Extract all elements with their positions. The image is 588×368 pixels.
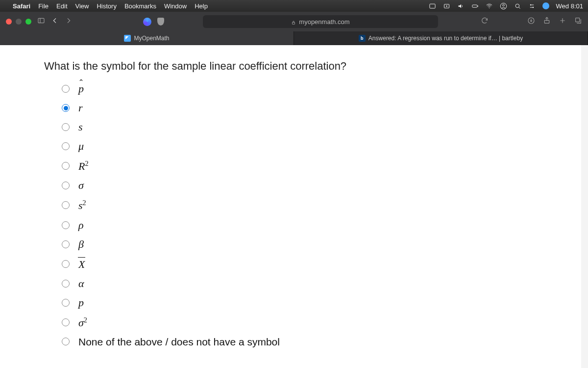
system-tray: Wed 8:01 bbox=[429, 2, 583, 10]
options-list: prsμR2σs2ρβXαpσ2None of the above / does… bbox=[44, 83, 581, 347]
radio-button[interactable] bbox=[62, 162, 70, 170]
radio-button[interactable] bbox=[62, 260, 70, 268]
radio-button[interactable] bbox=[62, 318, 70, 326]
option-label: ρ bbox=[78, 220, 84, 231]
menu-edit[interactable]: Edit bbox=[56, 2, 67, 10]
site-favicon-icon bbox=[143, 18, 151, 26]
menu-file[interactable]: File bbox=[38, 2, 49, 10]
option-label: β bbox=[78, 239, 84, 250]
svg-rect-11 bbox=[38, 18, 44, 23]
option-p[interactable]: p bbox=[62, 297, 581, 308]
control-center-icon[interactable] bbox=[528, 2, 536, 10]
tab-label: MyOpenMath bbox=[134, 35, 169, 42]
option-label: p bbox=[78, 297, 84, 308]
radio-button[interactable] bbox=[62, 280, 70, 288]
option-mu[interactable]: μ bbox=[62, 141, 581, 152]
option-label: None of the above / does not have a symb… bbox=[78, 337, 280, 347]
radio-button[interactable] bbox=[62, 338, 70, 345]
option-label: s bbox=[78, 122, 83, 132]
window-controls bbox=[6, 19, 31, 25]
option-rho[interactable]: ρ bbox=[62, 220, 581, 231]
option-sigma[interactable]: σ bbox=[62, 180, 581, 191]
option-label: σ2 bbox=[78, 316, 87, 328]
option-R2[interactable]: R2 bbox=[62, 160, 581, 172]
tab-overview-button[interactable] bbox=[574, 17, 582, 26]
option-s[interactable]: s bbox=[62, 122, 581, 132]
svg-point-2 bbox=[446, 5, 447, 7]
option-alpha[interactable]: α bbox=[62, 278, 581, 289]
wifi-icon[interactable] bbox=[486, 2, 493, 10]
volume-icon[interactable] bbox=[457, 2, 465, 10]
minimize-window-button[interactable] bbox=[16, 19, 22, 25]
url-bar[interactable]: myopenmath.com bbox=[203, 15, 438, 28]
svg-point-5 bbox=[489, 7, 489, 8]
option-sigma2[interactable]: σ2 bbox=[62, 316, 581, 328]
battery-icon[interactable] bbox=[471, 2, 479, 10]
option-label: s2 bbox=[78, 199, 86, 211]
radio-button[interactable] bbox=[62, 85, 70, 93]
siri-icon[interactable] bbox=[542, 2, 549, 9]
option-label: X bbox=[78, 258, 85, 270]
sidebar-toggle-button[interactable] bbox=[37, 17, 45, 26]
radio-button[interactable] bbox=[62, 221, 70, 229]
lock-icon bbox=[291, 19, 296, 24]
menu-window[interactable]: Window bbox=[164, 2, 187, 10]
page-content: What is the symbol for the sample linear… bbox=[0, 45, 581, 368]
browser-toolbar: myopenmath.com bbox=[0, 12, 588, 31]
question-text: What is the symbol for the sample linear… bbox=[44, 60, 581, 73]
close-window-button[interactable] bbox=[6, 19, 12, 25]
downloads-button[interactable] bbox=[527, 17, 535, 26]
svg-rect-3 bbox=[472, 5, 477, 7]
menu-bookmarks[interactable]: Bookmarks bbox=[124, 2, 156, 10]
stage-manager-icon[interactable] bbox=[429, 2, 436, 10]
forward-button[interactable] bbox=[65, 17, 73, 26]
tab-bartleby[interactable]: b Answered: A regression was run to dete… bbox=[294, 31, 588, 45]
radio-button[interactable] bbox=[62, 182, 70, 189]
radio-button[interactable] bbox=[62, 123, 70, 131]
radio-button[interactable] bbox=[62, 104, 70, 112]
option-beta[interactable]: β bbox=[62, 239, 581, 250]
option-none[interactable]: None of the above / does not have a symb… bbox=[62, 337, 581, 347]
option-xbar[interactable]: X bbox=[62, 258, 581, 270]
back-button[interactable] bbox=[51, 17, 59, 26]
option-r[interactable]: r bbox=[62, 103, 581, 113]
svg-point-7 bbox=[502, 4, 504, 6]
radio-button[interactable] bbox=[62, 201, 70, 209]
option-label: σ bbox=[78, 180, 84, 191]
svg-rect-0 bbox=[429, 4, 435, 8]
tab-strip: MyOpenMath b Answered: A regression was … bbox=[0, 31, 588, 45]
radio-button[interactable] bbox=[62, 142, 70, 150]
spotlight-icon[interactable] bbox=[514, 2, 521, 10]
svg-point-9 bbox=[530, 4, 531, 5]
fullscreen-window-button[interactable] bbox=[25, 19, 31, 25]
tab-favicon-icon: b bbox=[359, 35, 366, 42]
privacy-shield-icon[interactable] bbox=[157, 18, 164, 26]
option-label: r bbox=[78, 103, 83, 113]
option-s2[interactable]: s2 bbox=[62, 199, 581, 211]
option-phat[interactable]: p bbox=[62, 83, 581, 94]
option-label: μ bbox=[78, 141, 84, 152]
tab-myopenmath[interactable]: MyOpenMath bbox=[0, 31, 294, 45]
svg-point-10 bbox=[532, 6, 534, 8]
option-label: R2 bbox=[78, 160, 89, 172]
menu-history[interactable]: History bbox=[97, 2, 116, 10]
screen-record-icon[interactable] bbox=[443, 2, 450, 10]
menu-help[interactable]: Help bbox=[195, 2, 208, 10]
user-icon[interactable] bbox=[500, 2, 507, 10]
option-label: p bbox=[78, 83, 84, 94]
radio-button[interactable] bbox=[62, 299, 70, 307]
tab-label: Answered: A regression was run to determ… bbox=[368, 35, 523, 42]
radio-button[interactable] bbox=[62, 240, 70, 248]
app-name[interactable]: Safari bbox=[13, 2, 30, 10]
new-tab-button[interactable] bbox=[559, 17, 566, 26]
scrollbar[interactable] bbox=[581, 45, 588, 368]
svg-rect-12 bbox=[293, 23, 295, 25]
clock[interactable]: Wed 8:01 bbox=[556, 2, 583, 10]
svg-rect-4 bbox=[477, 5, 478, 7]
menu-view[interactable]: View bbox=[75, 2, 89, 10]
tab-favicon-icon bbox=[124, 35, 131, 42]
share-button[interactable] bbox=[543, 17, 551, 26]
reload-button[interactable] bbox=[481, 17, 489, 26]
macos-menubar: Safari File Edit View History Bookmarks … bbox=[0, 0, 588, 12]
svg-rect-15 bbox=[576, 18, 580, 22]
